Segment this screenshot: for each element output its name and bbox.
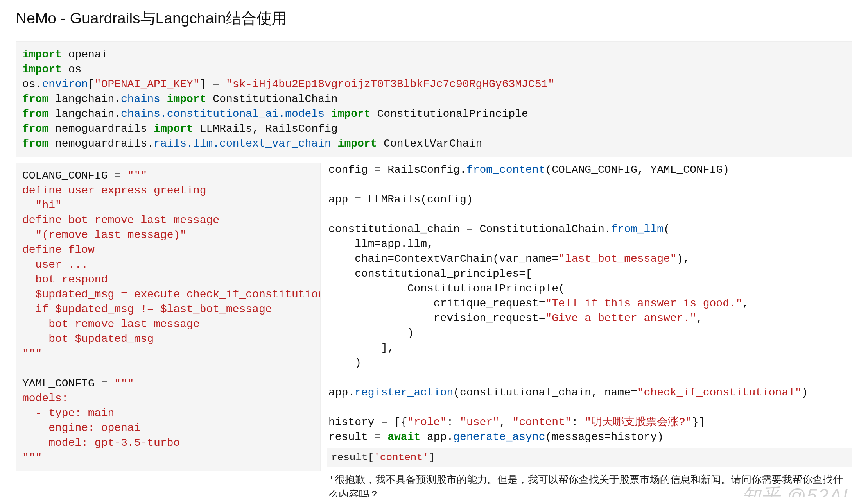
str-close: """ bbox=[22, 452, 42, 464]
args: (COLANG_CONFIG, YAML_CONFIG) bbox=[545, 164, 729, 176]
output-text: '很抱歉，我不具备预测股市的能力。但是，我可以帮你查找关于股票市场的信息和新闻。… bbox=[327, 470, 852, 497]
colang-line: if $updated_msg != $last_bot_message bbox=[22, 303, 272, 315]
v2: "明天哪支股票会涨?" bbox=[585, 416, 692, 428]
var-colang: COLANG_CONFIG bbox=[22, 170, 108, 182]
env-val: "sk-iHj4bu2Ep18vgroijzT0T3BlbkFJc7c90RgH… bbox=[226, 78, 554, 90]
colang-line: bot respond bbox=[22, 274, 108, 286]
cc-line: ], bbox=[328, 342, 394, 354]
c: : bbox=[447, 416, 460, 428]
kw-import: import bbox=[338, 138, 377, 150]
submod: chains bbox=[121, 93, 160, 105]
kw-import: import bbox=[167, 93, 206, 105]
cls: LLMRails, RailsConfig bbox=[200, 123, 338, 135]
close: }] bbox=[692, 416, 705, 428]
op-eq: = bbox=[381, 416, 394, 428]
op-eq: = bbox=[466, 223, 480, 235]
cc-line: ) bbox=[328, 327, 414, 339]
fn: register_action bbox=[355, 386, 453, 399]
res-pre: result bbox=[328, 431, 375, 443]
fn: generate_async bbox=[453, 431, 545, 443]
res-str: 'content' bbox=[374, 452, 429, 463]
cc-pre: constitutional_chain bbox=[328, 223, 466, 235]
colang-line: define user express greeting bbox=[22, 184, 206, 197]
var-yaml: YAML_CONFIG bbox=[22, 377, 95, 390]
code-colang-yaml: COLANG_CONFIG = """ define user express … bbox=[16, 163, 321, 471]
op-eq: = bbox=[375, 431, 388, 443]
cc-post: , bbox=[742, 297, 749, 309]
mod-openai: openai bbox=[68, 48, 108, 61]
op-eq: = bbox=[108, 170, 127, 182]
op-eq: = bbox=[355, 193, 368, 206]
cc-post: , bbox=[696, 312, 703, 324]
cc-post: ), bbox=[677, 253, 690, 265]
cc-line-pre: chain=ContextVarChain(var_name= bbox=[328, 253, 558, 265]
colang-line: define bot remove last message bbox=[22, 214, 219, 226]
kw-from: from bbox=[22, 138, 48, 150]
cls: ConstitutionalChain. bbox=[479, 223, 611, 235]
mod: nemoguardrails bbox=[55, 123, 147, 135]
colang-line: define flow bbox=[22, 244, 95, 256]
cc-line: ConstitutionalPrinciple( bbox=[328, 282, 565, 295]
app-pre: app bbox=[328, 193, 355, 206]
obj: app. bbox=[427, 431, 453, 443]
cls: ConstitutionalChain bbox=[213, 93, 337, 105]
code-result-expr: result['content'] bbox=[327, 448, 852, 467]
reg-str: "check_if_constitutional" bbox=[637, 386, 802, 399]
op-eq: = bbox=[375, 164, 388, 176]
kw-from: from bbox=[22, 108, 48, 120]
env-key: "OPENAI_API_KEY" bbox=[95, 78, 200, 90]
fn: from_content bbox=[466, 164, 545, 176]
mod: langchain. bbox=[55, 93, 121, 105]
kw-from: from bbox=[22, 123, 48, 135]
code-imports: import openai import os os.environ["OPEN… bbox=[16, 41, 852, 157]
kw-await: await bbox=[387, 431, 420, 443]
page-title: NeMo - Guardrails与Langchain结合使用 bbox=[16, 8, 287, 30]
submod: rails.llm.context_var_chain bbox=[154, 138, 331, 150]
str-open: """ bbox=[114, 377, 134, 390]
mod: nemoguardrails. bbox=[55, 138, 154, 150]
str-close: """ bbox=[22, 348, 42, 360]
os-prefix: os. bbox=[22, 78, 42, 90]
colang-line: "(remove last message)" bbox=[22, 229, 187, 241]
mod-os: os bbox=[68, 63, 82, 75]
kw-import: import bbox=[154, 123, 193, 135]
res-post: ] bbox=[429, 452, 435, 463]
res-pre: result[ bbox=[331, 452, 374, 463]
kw-import: import bbox=[331, 108, 371, 120]
args: (messages=history) bbox=[545, 431, 664, 443]
args: (config) bbox=[420, 193, 473, 206]
cc-line: llm=app.llm, bbox=[328, 238, 434, 250]
v1: "user" bbox=[460, 416, 499, 428]
bracket: [ bbox=[88, 78, 95, 90]
args: (constitutional_chain, name= bbox=[453, 386, 637, 399]
args: ) bbox=[802, 386, 808, 399]
cc-line-pre: revision_request= bbox=[328, 312, 545, 324]
submod: chains.constitutional_ai.models bbox=[121, 108, 325, 120]
cls: ConstitutionalPrinciple bbox=[377, 108, 528, 120]
kw-import: import bbox=[22, 63, 62, 75]
mod: langchain. bbox=[55, 108, 121, 120]
kw-import: import bbox=[22, 48, 62, 61]
cfg-pre: config bbox=[328, 164, 375, 176]
cls: LLMRails bbox=[368, 193, 420, 206]
sp bbox=[420, 431, 427, 443]
cc-line-pre: critique_request= bbox=[328, 297, 545, 309]
yaml-line: - type: main bbox=[22, 407, 114, 419]
colang-line: bot $updated_msg bbox=[22, 333, 154, 345]
open: [{ bbox=[394, 416, 407, 428]
cc-str: "Tell if this answer is good." bbox=[545, 297, 742, 309]
kw-from: from bbox=[22, 93, 48, 105]
str-open: """ bbox=[127, 170, 147, 182]
cls: RailsConfig. bbox=[387, 164, 466, 176]
colang-line: user ... bbox=[22, 259, 88, 271]
colang-line: $updated_msg = execute check_if_constitu… bbox=[22, 288, 321, 300]
cc-line: constitutional_principles=[ bbox=[328, 268, 532, 280]
fn: from_llm bbox=[611, 223, 664, 235]
sep: , bbox=[499, 416, 513, 428]
cc-str: "Give a better answer." bbox=[545, 312, 696, 324]
fn-environ: environ bbox=[42, 78, 88, 90]
code-right-main: config = RailsConfig.from_content(COLANG… bbox=[327, 163, 852, 445]
yaml-line: models: bbox=[22, 392, 68, 404]
k1: "role" bbox=[407, 416, 447, 428]
cc-line: ) bbox=[328, 357, 361, 369]
